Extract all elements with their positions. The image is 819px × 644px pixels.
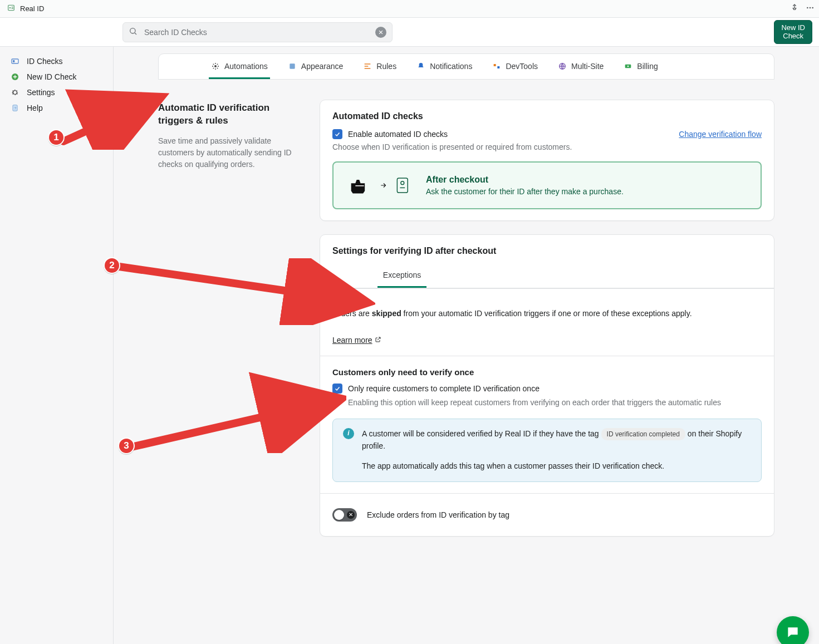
topbar: New ID Check <box>0 18 819 47</box>
sidebar-item-settings[interactable]: Settings <box>6 85 107 100</box>
gear-icon <box>211 62 220 71</box>
chat-fab[interactable] <box>777 616 809 644</box>
verify-once-hint: Enabling this option will keep repeat cu… <box>348 397 762 409</box>
clear-search-icon[interactable] <box>375 27 386 38</box>
gear-icon <box>10 88 20 97</box>
toggle-exclude-by-tag[interactable]: ✕ <box>332 508 357 522</box>
window-title: Real ID <box>20 4 44 13</box>
card-automated-checks: Automated ID checks Enable automated ID … <box>320 100 774 221</box>
tab-automations[interactable]: Automations <box>209 54 270 79</box>
tab-multi-site[interactable]: Multi-Site <box>556 54 606 79</box>
subtab-exceptions[interactable]: Exceptions <box>377 264 426 288</box>
tab-label: DevTools <box>506 62 538 71</box>
sidebar-item-label: New ID Check <box>27 72 76 81</box>
svg-line-8 <box>135 33 136 35</box>
pin-icon[interactable] <box>790 3 799 14</box>
svg-rect-11 <box>12 59 18 63</box>
tab-label: Multi-Site <box>571 62 604 71</box>
id-card-icon <box>10 57 20 66</box>
tab-label: Rules <box>376 62 396 71</box>
card-title: Automated ID checks <box>332 111 762 121</box>
flow-illustration <box>347 175 413 195</box>
svg-point-24 <box>401 181 404 185</box>
info-line-1: A customer will be considered verified b… <box>362 428 751 453</box>
svg-rect-12 <box>13 60 14 62</box>
search-field[interactable] <box>122 22 393 42</box>
svg-point-4 <box>807 7 808 9</box>
sidebar: ID Checks New ID Check Settings ? Help <box>0 47 114 644</box>
selected-flow: After checkout Ask the customer for thei… <box>332 161 762 209</box>
info-box: i A customer will be considered verified… <box>332 419 762 482</box>
external-link-icon <box>375 336 381 345</box>
svg-text:?: ? <box>14 106 16 110</box>
flow-body: Ask the customer for their ID after they… <box>426 187 624 196</box>
help-doc-icon: ? <box>10 104 20 112</box>
tab-notifications[interactable]: Notifications <box>414 54 474 79</box>
toggle-off-icon: ✕ <box>347 511 355 519</box>
intro: Automatic ID verification triggers & rul… <box>158 100 297 537</box>
tab-appearance[interactable]: Appearance <box>286 54 346 79</box>
app-logo-icon <box>7 3 16 14</box>
new-id-check-button[interactable]: New ID Check <box>774 20 812 45</box>
learn-more-link[interactable]: Learn more <box>332 336 381 345</box>
intro-body: Save time and passively validate custome… <box>158 135 297 170</box>
appearance-icon <box>288 62 297 71</box>
sidebar-item-label: Settings <box>27 88 55 97</box>
tab-label: Billing <box>637 62 658 71</box>
tab-label: Appearance <box>301 62 344 71</box>
info-icon: i <box>343 428 354 439</box>
tab-devtools[interactable]: DevTools <box>490 54 540 79</box>
tag-pill: ID verification completed <box>601 428 685 441</box>
plus-circle-icon <box>10 72 20 81</box>
bell-icon <box>416 62 425 71</box>
sidebar-item-label: Help <box>27 104 43 112</box>
tab-label: Notifications <box>430 62 472 71</box>
sidebar-item-new-id-check[interactable]: New ID Check <box>6 69 107 85</box>
info-line-2: The app automatically adds this tag when… <box>362 460 751 473</box>
sidebar-item-help[interactable]: ? Help <box>6 100 107 116</box>
search-icon <box>129 27 138 37</box>
devtools-icon <box>492 62 501 71</box>
svg-rect-0 <box>8 5 14 10</box>
checkbox-verify-once[interactable] <box>332 384 342 394</box>
card-title: Settings for verifying ID after checkout <box>332 246 762 256</box>
svg-point-6 <box>812 7 813 9</box>
svg-point-1 <box>9 7 11 9</box>
sidebar-item-label: ID Checks <box>27 57 63 66</box>
flow-title: After checkout <box>426 175 624 185</box>
toggle-label: Exclude orders from ID verification by t… <box>367 510 509 519</box>
svg-point-22 <box>627 66 629 67</box>
sidebar-item-id-checks[interactable]: ID Checks <box>6 53 107 69</box>
change-flow-link[interactable]: Change verification flow <box>679 130 762 139</box>
tab-rules[interactable]: Rules <box>361 54 399 79</box>
intro-heading: Automatic ID verification triggers & rul… <box>158 102 297 127</box>
more-icon[interactable] <box>806 3 815 14</box>
choose-text: Choose when ID verification is presented… <box>332 142 762 151</box>
svg-point-5 <box>810 7 811 9</box>
card-after-checkout-settings: Settings for verifying ID after checkout… <box>320 234 774 537</box>
verify-once-label: Only require customers to complete ID ve… <box>348 384 540 393</box>
titlebar: Real ID <box>0 0 819 18</box>
checkbox-enable-automated[interactable] <box>332 129 342 139</box>
after-checkout-subtabs: Triggers Exceptions <box>320 264 774 288</box>
exceptions-description: Orders are skipped from your automatic I… <box>332 308 762 320</box>
tab-billing[interactable]: Billing <box>621 54 660 79</box>
verify-once-title: Customers only need to verify once <box>332 367 762 377</box>
multisite-icon <box>558 62 567 71</box>
subtab-label: Exceptions <box>383 271 421 279</box>
tab-label: Automations <box>224 62 268 71</box>
svg-rect-18 <box>494 64 496 66</box>
svg-rect-23 <box>397 178 408 193</box>
svg-rect-19 <box>498 66 500 68</box>
svg-rect-17 <box>290 63 295 68</box>
main: Automations Appearance Rules Notificatio… <box>114 47 819 644</box>
billing-icon <box>624 62 632 71</box>
settings-tabs: Automations Appearance Rules Notificatio… <box>158 53 774 80</box>
svg-point-16 <box>214 65 217 67</box>
svg-point-7 <box>130 28 135 33</box>
enable-label: Enable automated ID checks <box>348 130 448 139</box>
search-input[interactable] <box>143 27 370 37</box>
exclude-by-tag-row: ✕ Exclude orders from ID verification by… <box>320 493 774 536</box>
rules-icon <box>363 62 372 71</box>
